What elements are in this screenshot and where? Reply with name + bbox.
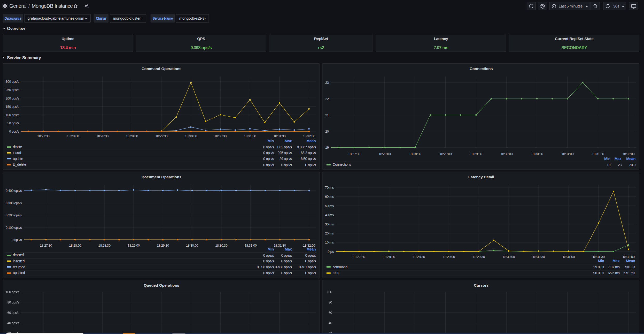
svg-text:20 ms: 20 ms — [325, 231, 334, 235]
svg-text:18:30:00: 18:30:00 — [503, 255, 515, 259]
svg-text:18:29:30: 18:29:30 — [470, 152, 482, 156]
svg-text:18:30:30: 18:30:30 — [533, 255, 545, 259]
svg-text:100 ops/s: 100 ops/s — [6, 290, 19, 294]
svg-text:18:28:30: 18:28:30 — [96, 134, 108, 138]
svg-text:100: 100 — [327, 290, 332, 294]
svg-text:20: 20 — [325, 130, 329, 133]
svg-text:0.200 ops/s: 0.200 ops/s — [6, 213, 22, 217]
svg-text:18:32:00: 18:32:00 — [622, 152, 634, 156]
svg-text:60 ops/s: 60 ops/s — [7, 311, 19, 315]
svg-text:18:29:30: 18:29:30 — [155, 134, 167, 138]
svg-text:18:30:30: 18:30:30 — [215, 244, 227, 247]
svg-text:250 ops/s: 250 ops/s — [6, 88, 19, 92]
svg-text:18:27:30: 18:27:30 — [353, 255, 365, 259]
svg-text:0 µs: 0 µs — [328, 250, 334, 254]
svg-text:10 ms: 10 ms — [325, 241, 334, 245]
svg-text:0.100 ops/s: 0.100 ops/s — [6, 226, 22, 230]
svg-text:18:30:30: 18:30:30 — [214, 134, 227, 138]
svg-text:18:28:00: 18:28:00 — [383, 255, 395, 259]
svg-text:23: 23 — [325, 81, 329, 85]
svg-text:18:31:30: 18:31:30 — [273, 134, 285, 138]
svg-text:18:32:00: 18:32:00 — [303, 134, 315, 138]
svg-text:18:29:00: 18:29:00 — [126, 134, 138, 138]
svg-text:100 ops/s: 100 ops/s — [6, 113, 19, 117]
svg-text:18:28:00: 18:28:00 — [67, 134, 79, 138]
svg-text:60: 60 — [329, 311, 332, 315]
svg-text:18:27:30: 18:27:30 — [348, 152, 360, 156]
svg-text:18:31:00: 18:31:00 — [244, 244, 257, 247]
svg-text:0.300 ops/s: 0.300 ops/s — [6, 201, 22, 205]
svg-text:40: 40 — [329, 321, 332, 325]
svg-text:18:28:00: 18:28:00 — [378, 152, 391, 156]
svg-text:18:31:00: 18:31:00 — [244, 134, 256, 138]
svg-text:40 ops/s: 40 ops/s — [7, 321, 19, 325]
svg-text:0 ops/s: 0 ops/s — [9, 130, 19, 133]
svg-text:200 ops/s: 200 ops/s — [6, 96, 19, 100]
svg-text:18:28:00: 18:28:00 — [69, 244, 81, 247]
svg-text:18:29:00: 18:29:00 — [443, 255, 455, 259]
svg-text:18:31:00: 18:31:00 — [561, 152, 573, 156]
svg-text:22: 22 — [325, 97, 329, 101]
svg-text:18:29:00: 18:29:00 — [128, 244, 140, 247]
svg-text:80: 80 — [329, 300, 332, 304]
svg-text:18:31:30: 18:31:30 — [592, 152, 604, 156]
svg-text:18:29:30: 18:29:30 — [157, 244, 169, 247]
svg-text:18:28:30: 18:28:30 — [413, 255, 425, 259]
svg-text:50 ops/s: 50 ops/s — [7, 121, 19, 125]
svg-text:30 ms: 30 ms — [325, 222, 334, 226]
svg-text:60 ms: 60 ms — [325, 195, 334, 199]
svg-text:21: 21 — [325, 113, 329, 117]
svg-text:18:30:00: 18:30:00 — [185, 134, 197, 138]
svg-text:18:30:30: 18:30:30 — [531, 152, 543, 156]
svg-text:18:31:30: 18:31:30 — [274, 244, 286, 247]
svg-text:18:28:30: 18:28:30 — [409, 152, 421, 156]
svg-text:40 ms: 40 ms — [325, 213, 334, 217]
svg-text:18:27:30: 18:27:30 — [37, 134, 49, 138]
svg-text:150 ops/s: 150 ops/s — [6, 105, 19, 109]
svg-text:50 ms: 50 ms — [325, 204, 334, 208]
svg-text:18:30:00: 18:30:00 — [186, 244, 198, 247]
svg-text:19: 19 — [325, 146, 329, 149]
svg-text:0 ops/s: 0 ops/s — [12, 238, 22, 242]
svg-text:80 ops/s: 80 ops/s — [7, 300, 19, 304]
svg-text:18:29:00: 18:29:00 — [439, 152, 452, 156]
svg-text:0.400 ops/s: 0.400 ops/s — [6, 189, 22, 193]
svg-text:18:31:00: 18:31:00 — [563, 255, 575, 259]
svg-text:18:29:30: 18:29:30 — [473, 255, 485, 259]
svg-text:300 ops/s: 300 ops/s — [6, 80, 19, 84]
svg-text:70 ms: 70 ms — [325, 186, 334, 189]
svg-text:18:28:30: 18:28:30 — [98, 244, 111, 247]
svg-text:18:27:30: 18:27:30 — [40, 244, 52, 247]
svg-text:18:30:00: 18:30:00 — [500, 152, 513, 156]
